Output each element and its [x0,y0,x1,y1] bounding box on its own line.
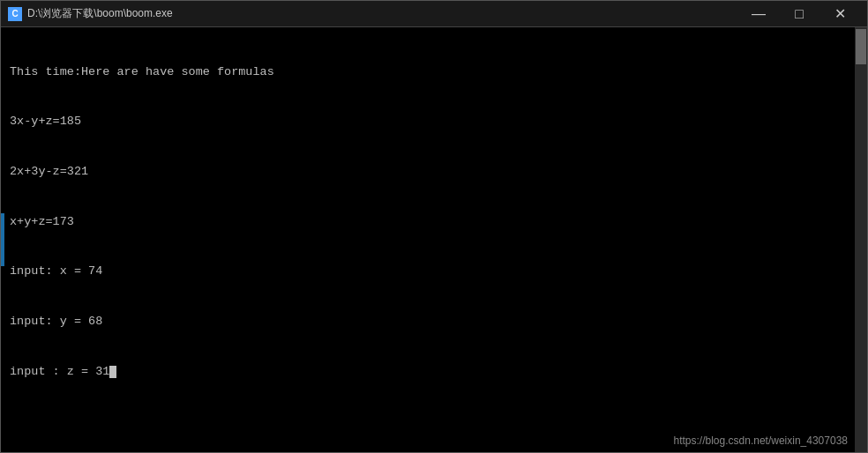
window-body: This time:Here are have some formulas 3x… [1,27,867,452]
terminal-cursor [109,366,116,378]
terminal-line-3: x+y+z=173 [10,214,851,231]
terminal-line-0: This time:Here are have some formulas [10,64,851,81]
title-bar-left: C D:\浏览器下载\boom\boom.exe [8,6,173,21]
terminal-output: This time:Here are have some formulas 3x… [10,31,851,413]
terminal-line-6: input : z = 31 [10,364,851,381]
terminal-line-4: input: x = 74 [10,264,851,280]
terminal-line-1: 3x-y+z=185 [10,114,851,130]
terminal-line-5: input: y = 68 [10,314,851,330]
app-icon: C [8,7,22,21]
window-title: D:\浏览器下载\boom\boom.exe [27,6,173,21]
window-controls: — □ ✕ [738,1,860,27]
watermark: https://blog.csdn.net/weixin_4307038 [674,434,848,447]
terminal-area[interactable]: This time:Here are have some formulas 3x… [6,27,855,452]
scrollbar[interactable] [855,27,867,452]
left-indicator [1,213,4,266]
maximize-button[interactable]: □ [779,1,819,27]
terminal-line-2: 2x+3y-z=321 [10,164,851,181]
minimize-button[interactable]: — [738,1,779,27]
console-window: C D:\浏览器下载\boom\boom.exe — □ ✕ This time… [0,0,868,453]
close-button[interactable]: ✕ [819,1,860,27]
scrollbar-thumb[interactable] [856,29,866,64]
title-bar: C D:\浏览器下载\boom\boom.exe — □ ✕ [1,1,867,27]
